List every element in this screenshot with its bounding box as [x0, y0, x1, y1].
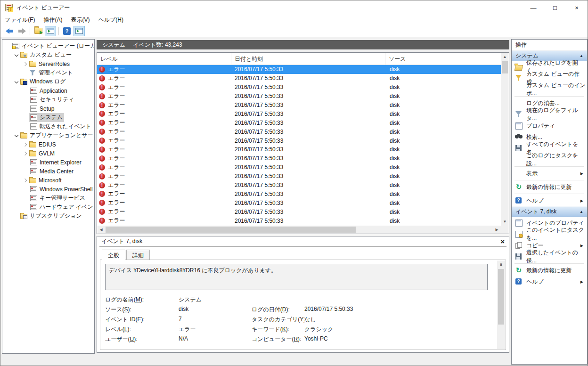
- action-item[interactable]: 現在のログをフィルタ...: [512, 109, 587, 120]
- event-row[interactable]: !エラー2016/07/17 5:50:33disk: [97, 136, 501, 145]
- tree-item[interactable]: Internet Explorer: [2, 158, 94, 167]
- scroll-thumb[interactable]: [106, 227, 356, 233]
- tab-details[interactable]: 詳細: [126, 250, 150, 260]
- scroll-thumb[interactable]: [502, 61, 508, 73]
- action-item[interactable]: ヘルプ▶: [512, 276, 587, 287]
- tree-item[interactable]: GVLM: [2, 149, 94, 158]
- field-label: レベル(L):: [105, 325, 179, 335]
- scroll-down-icon[interactable]: ▼: [501, 218, 509, 226]
- close-button[interactable]: ×: [566, 0, 588, 15]
- menu-item[interactable]: 操作(A): [39, 15, 66, 25]
- tree-item[interactable]: イベント ビューアー (ローカル): [2, 41, 94, 50]
- tree-item[interactable]: Windows ログ: [2, 77, 94, 86]
- menu-item[interactable]: ファイル(F): [0, 15, 39, 25]
- action-item[interactable]: ↻最新の情報に更新: [512, 265, 587, 276]
- event-row[interactable]: !エラー2016/07/17 5:50:33disk: [97, 216, 501, 225]
- tree-item[interactable]: 転送されたイベント: [2, 122, 94, 131]
- collapse-icon[interactable]: ▲: [580, 210, 583, 214]
- column-source[interactable]: ソース: [385, 53, 501, 65]
- chevron-collapsed-icon[interactable]: [22, 150, 29, 157]
- tab-general[interactable]: 全般: [102, 250, 125, 260]
- event-row[interactable]: !エラー2016/07/17 5:50:33disk: [97, 74, 501, 83]
- field-label: ユーザー(U):: [105, 335, 179, 345]
- event-row[interactable]: !エラー2016/07/17 5:50:33disk: [97, 154, 501, 163]
- subscriptions-icon: [20, 214, 27, 219]
- event-row[interactable]: !エラー2016/07/17 5:50:33disk: [97, 163, 501, 172]
- scroll-thumb[interactable]: [498, 269, 504, 325]
- event-row[interactable]: !エラー2016/07/17 5:50:33disk: [97, 118, 501, 127]
- tree-item[interactable]: システム: [2, 113, 94, 122]
- event-row[interactable]: !エラー2016/07/17 5:50:33disk: [97, 172, 501, 181]
- datetime-cell: 2016/07/17 5:50:33: [231, 93, 385, 99]
- scroll-right-icon[interactable]: ▶: [493, 226, 501, 234]
- event-row[interactable]: !エラー2016/07/17 5:50:33disk: [97, 198, 501, 207]
- event-row[interactable]: !エラー2016/07/17 5:50:33disk: [97, 109, 501, 118]
- toggle-action-pane-button[interactable]: [74, 26, 85, 36]
- horizontal-scrollbar[interactable]: ◀ ▶: [97, 226, 501, 234]
- action-item[interactable]: カスタム ビューのインポ...: [512, 84, 587, 95]
- menu-item[interactable]: ヘルプ(H): [94, 15, 128, 25]
- action-item[interactable]: 選択したイベントの保...: [512, 251, 587, 262]
- maximize-button[interactable]: □: [544, 0, 566, 15]
- tree-item[interactable]: Microsoft: [2, 176, 94, 185]
- detail-scrollbar[interactable]: ▲ ▼: [497, 260, 505, 349]
- event-row[interactable]: !エラー2016/07/17 5:50:33disk: [97, 92, 501, 101]
- datetime-cell: 2016/07/17 5:50:33: [231, 111, 385, 117]
- chevron-collapsed-icon[interactable]: [22, 141, 29, 148]
- scroll-down-icon[interactable]: ▼: [497, 260, 505, 268]
- chevron-collapsed-icon[interactable]: [22, 177, 29, 184]
- minimize-button[interactable]: —: [523, 0, 544, 15]
- action-item[interactable]: ヘルプ▶: [512, 195, 587, 206]
- action-item[interactable]: 表示▶: [512, 168, 587, 179]
- menu-item[interactable]: 表示(V): [66, 15, 94, 25]
- event-row[interactable]: !エラー2016/07/17 5:50:33disk: [97, 145, 501, 154]
- action-section-header[interactable]: イベント 7, disk▲: [512, 206, 587, 217]
- action-item[interactable]: このイベントにタスクを...: [512, 228, 587, 240]
- help-icon: ?: [63, 27, 71, 35]
- chevron-expanded-icon[interactable]: [13, 132, 20, 139]
- tree-item[interactable]: Application: [2, 86, 94, 95]
- action-item-label: 現在のログをフィルタ...: [526, 106, 587, 122]
- chevron-expanded-icon[interactable]: [13, 79, 20, 85]
- event-row[interactable]: !エラー2016/07/17 5:50:33disk: [97, 101, 501, 110]
- action-item[interactable]: このログにタスクを設...: [512, 154, 587, 165]
- event-row[interactable]: !エラー2016/07/17 5:50:33disk: [97, 65, 501, 74]
- scroll-left-icon[interactable]: ◀: [97, 226, 105, 234]
- collapse-icon[interactable]: ▲: [580, 54, 583, 58]
- tree-item[interactable]: セキュリティ: [2, 95, 94, 104]
- vertical-scrollbar[interactable]: ▲ ▼: [501, 53, 509, 226]
- event-row[interactable]: !エラー2016/07/17 5:50:33disk: [97, 127, 501, 136]
- toggle-console-tree-button[interactable]: [45, 26, 56, 36]
- tree-item[interactable]: カスタム ビュー: [2, 50, 94, 59]
- chevron-collapsed-icon[interactable]: [22, 61, 29, 67]
- tree-item[interactable]: 管理イベント: [2, 68, 94, 77]
- event-row[interactable]: !エラー2016/07/17 5:50:33disk: [97, 83, 501, 92]
- log-plain-icon: [30, 106, 37, 112]
- funnel-yellow-icon: [514, 74, 523, 82]
- export-log-button[interactable]: [33, 26, 44, 36]
- tree-item[interactable]: キー管理サービス: [2, 194, 94, 203]
- column-level[interactable]: レベル: [97, 53, 231, 65]
- column-datetime[interactable]: 日付と時刻: [231, 53, 385, 65]
- tree-item[interactable]: ServerRoles: [2, 59, 94, 68]
- tree-item-body: キー管理サービス: [29, 194, 87, 203]
- chevron-spacer: [22, 106, 29, 112]
- task-icon: [514, 230, 523, 238]
- back-button[interactable]: [4, 26, 15, 36]
- help-button[interactable]: ?: [61, 26, 73, 36]
- forward-button[interactable]: [16, 26, 27, 36]
- event-row[interactable]: !エラー2016/07/17 5:50:33disk: [97, 207, 501, 216]
- scroll-up-icon[interactable]: ▲: [501, 53, 509, 61]
- tree-item[interactable]: Media Center: [2, 167, 94, 176]
- preview-close-icon[interactable]: ×: [500, 238, 505, 245]
- tree-item[interactable]: アプリケーションとサービス ログ: [2, 131, 94, 140]
- tree-item[interactable]: EDIUS: [2, 140, 94, 149]
- event-row[interactable]: !エラー2016/07/17 5:50:33disk: [97, 181, 501, 190]
- tree-item[interactable]: ハードウェア イベント: [2, 203, 94, 211]
- tree-item[interactable]: Windows PowerShell: [2, 185, 94, 194]
- action-item[interactable]: ↻最新の情報に更新: [512, 181, 587, 193]
- tree-item[interactable]: サブスクリプション: [2, 211, 94, 220]
- event-row[interactable]: !エラー2016/07/17 5:50:33disk: [97, 189, 501, 198]
- chevron-expanded-icon[interactable]: [13, 52, 20, 58]
- tree-item[interactable]: Setup: [2, 104, 94, 113]
